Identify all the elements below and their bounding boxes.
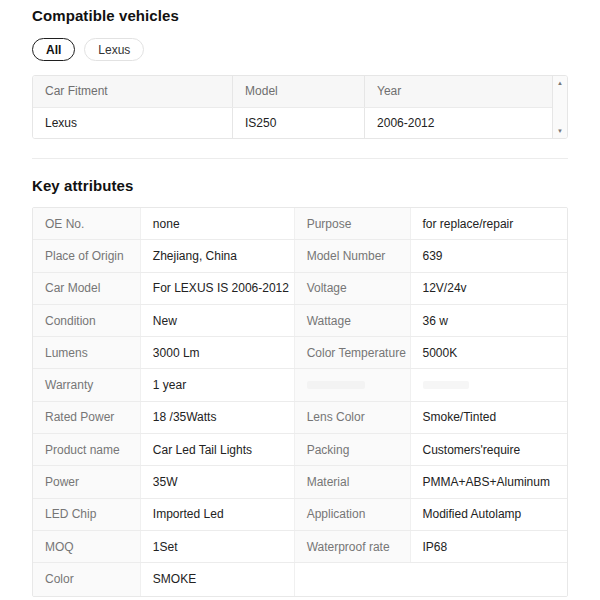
attribute-value: IP68 [411, 531, 567, 562]
faded-label-placeholder [307, 381, 365, 389]
attribute-row: LED ChipImported LedApplicationModified … [33, 499, 567, 531]
attribute-row: ColorSMOKE [33, 563, 567, 595]
attribute-row: Power35WMaterialPMMA+ABS+Aluminum [33, 466, 567, 498]
attribute-value: 639 [411, 240, 567, 271]
vehicles-column-header: Car Fitment [33, 76, 233, 107]
attribute-row: Warranty1 year [33, 369, 567, 401]
attribute-row: Product nameCar Led Tail LightsPackingCu… [33, 434, 567, 466]
attribute-value: 12V/24v [411, 273, 567, 304]
faded-value-placeholder [423, 381, 469, 389]
product-detail-page: Compatible vehicles AllLexus Car Fitment… [0, 0, 600, 600]
attribute-value: New [141, 305, 295, 336]
attribute-label: Rated Power [33, 402, 141, 433]
attribute-label: Voltage [295, 273, 411, 304]
attribute-value: 18 /35Watts [141, 402, 295, 433]
vehicle-cell: IS250 [233, 107, 365, 139]
attribute-label: Application [295, 499, 411, 530]
filter-pill-lexus[interactable]: Lexus [84, 38, 144, 61]
key-attributes-title: Key attributes [32, 177, 568, 194]
attribute-label: Model Number [295, 240, 411, 271]
attribute-row: MOQ1SetWaterproof rateIP68 [33, 531, 567, 563]
vehicles-table-scrollbar[interactable]: ▲ ▼ [552, 76, 567, 138]
vehicle-cell: Lexus [33, 107, 233, 139]
attribute-row: ConditionNewWattage36 w [33, 305, 567, 337]
attribute-label: Lumens [33, 337, 141, 368]
attribute-row: Place of OriginZhejiang, ChinaModel Numb… [33, 240, 567, 272]
attribute-label: Purpose [295, 208, 411, 239]
attribute-row: Rated Power18 /35WattsLens ColorSmoke/Ti… [33, 402, 567, 434]
attribute-label: Warranty [33, 369, 141, 400]
vehicle-cell: 2006-2012 [365, 107, 552, 139]
compatible-vehicles-title: Compatible vehicles [32, 7, 568, 24]
attribute-value: for replace/repair [411, 208, 567, 239]
attribute-value: Car Led Tail Lights [141, 434, 295, 465]
attribute-row: Lumens3000 LmColor Temperature5000K [33, 337, 567, 369]
attribute-label: Color [33, 563, 141, 595]
vehicles-column-header: Year [365, 76, 552, 107]
attribute-label: Car Model [33, 273, 141, 304]
attribute-label: Power [33, 466, 141, 497]
compatible-vehicles-table: Car FitmentModelYear LexusIS2502006-2012… [32, 75, 568, 139]
attribute-row: Car ModelFor LEXUS IS 2006-2012Voltage12… [33, 273, 567, 305]
attribute-label: Condition [33, 305, 141, 336]
scroll-up-icon[interactable]: ▲ [557, 80, 563, 86]
attribute-value: Modified Autolamp [411, 499, 567, 530]
attribute-label: Waterproof rate [295, 531, 411, 562]
attribute-label [295, 369, 411, 400]
attribute-value: 5000K [411, 337, 567, 368]
attribute-label: Material [295, 466, 411, 497]
attribute-value [411, 369, 567, 400]
vehicles-column-header: Model [233, 76, 365, 107]
vehicles-table-body: LexusIS2502006-2012 [33, 107, 552, 139]
attribute-label: Place of Origin [33, 240, 141, 271]
attribute-value: 3000 Lm [141, 337, 295, 368]
vehicles-table-header-row: Car FitmentModelYear [33, 76, 552, 107]
attribute-label: Color Temperature [295, 337, 411, 368]
attribute-value: Zhejiang, China [141, 240, 295, 271]
attribute-label: OE No. [33, 208, 141, 239]
attribute-label: LED Chip [33, 499, 141, 530]
attribute-value: 36 w [411, 305, 567, 336]
filter-pill-all[interactable]: All [32, 38, 75, 61]
section-divider [32, 158, 568, 159]
key-attributes-table: OE No.nonePurposefor replace/repairPlace… [32, 207, 568, 597]
attribute-label: Wattage [295, 305, 411, 336]
attribute-value: Customers'require [411, 434, 567, 465]
vehicle-filter-pills: AllLexus [32, 38, 568, 61]
attribute-value: PMMA+ABS+Aluminum [411, 466, 567, 497]
vehicles-table: Car FitmentModelYear LexusIS2502006-2012 [33, 76, 552, 139]
attribute-label: MOQ [33, 531, 141, 562]
attribute-empty-cell [295, 563, 567, 595]
attribute-value: none [141, 208, 295, 239]
attribute-row: OE No.nonePurposefor replace/repair [33, 208, 567, 240]
attribute-value: 35W [141, 466, 295, 497]
attribute-label: Product name [33, 434, 141, 465]
attribute-value: For LEXUS IS 2006-2012 [141, 273, 295, 304]
attribute-value: Imported Led [141, 499, 295, 530]
attribute-value: 1Set [141, 531, 295, 562]
attribute-value: SMOKE [141, 563, 295, 595]
attribute-value: Smoke/Tinted [411, 402, 567, 433]
scroll-down-icon[interactable]: ▼ [557, 128, 563, 134]
vehicle-row: LexusIS2502006-2012 [33, 107, 552, 139]
attribute-value: 1 year [141, 369, 295, 400]
attribute-label: Packing [295, 434, 411, 465]
attribute-label: Lens Color [295, 402, 411, 433]
